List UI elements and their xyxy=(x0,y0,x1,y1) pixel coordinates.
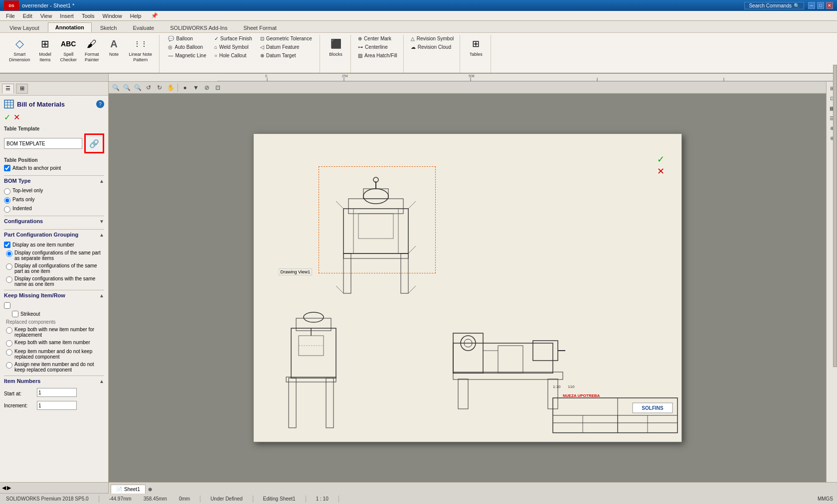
keep-item-no-replaced-radio[interactable] xyxy=(6,349,12,356)
centerline-button[interactable]: ⊶ Centerline xyxy=(356,43,399,51)
separate-items-radio[interactable] xyxy=(6,251,12,257)
magnetic-line-button[interactable]: — Magnetic Line xyxy=(166,52,208,59)
help-button[interactable]: ? xyxy=(96,100,104,108)
tables-button[interactable]: ⊞ Tables xyxy=(466,35,486,59)
geometric-tolerance-icon: ⊡ xyxy=(260,36,264,41)
template-browse-button[interactable]: 🔗 xyxy=(84,133,104,153)
center-mark-button[interactable]: ⊕ Center Mark xyxy=(356,35,399,42)
canvas-area[interactable]: 🔍 🔍 🔍 ↺ ↻ ✋ ● ▼ ⊘ ⊡ Drawing View1 xyxy=(109,82,826,482)
confirm-button[interactable]: ✓ xyxy=(4,113,10,122)
drawing-canvas[interactable]: Drawing View1 xyxy=(109,94,826,482)
smart-dimension-button[interactable]: ◇ SmartDimension xyxy=(6,35,33,65)
display-one-item-checkbox[interactable] xyxy=(4,242,10,248)
attach-anchor-checkbox[interactable] xyxy=(4,165,10,171)
search-icon[interactable]: 🔍 xyxy=(794,3,800,8)
rotate-cw-button[interactable]: ↻ xyxy=(155,83,165,92)
menu-file[interactable]: File xyxy=(2,12,19,20)
pan-button[interactable]: ✋ xyxy=(166,83,175,92)
minimize-button[interactable]: ─ xyxy=(808,2,815,9)
bom-panel: Bill of Materials ? ✓ ✕ Table Template 🔗 xyxy=(0,96,108,482)
panel-tab-properties[interactable]: ☰ xyxy=(2,84,14,94)
svg-rect-33 xyxy=(289,378,296,428)
auto-balloon-button[interactable]: ◎ Auto Balloon xyxy=(166,43,208,51)
same-name-radio[interactable] xyxy=(6,276,12,283)
pin-icon[interactable]: 📌 xyxy=(147,11,162,20)
tab-sketch[interactable]: Sketch xyxy=(93,23,125,32)
model-items-button[interactable]: ⊞ ModelItems xyxy=(35,35,55,65)
sheet1-tab[interactable]: 📄 Sheet1 xyxy=(111,485,146,494)
weld-symbol-button[interactable]: ⌂ Weld Symbol xyxy=(212,43,254,51)
tab-solidworks-addins[interactable]: SOLIDWORKS Add-Ins xyxy=(163,23,235,32)
tab-evaluate[interactable]: Evaluate xyxy=(125,23,162,32)
zoom-out-button[interactable]: 🔍 xyxy=(133,83,143,92)
assign-new-no-replaced-label: Assign new item number and do not keep r… xyxy=(14,362,104,373)
floating-cancel-button[interactable]: ✕ xyxy=(656,166,667,177)
bom-actions: ✓ ✕ xyxy=(4,113,104,122)
menu-tools[interactable]: Tools xyxy=(78,12,99,20)
format-painter-button[interactable]: 🖌 FormatPainter xyxy=(82,35,102,65)
spell-checker-button[interactable]: ABC SpellChecker xyxy=(57,35,80,65)
zoom-in-button[interactable]: 🔍 xyxy=(122,83,132,92)
menu-edit[interactable]: Edit xyxy=(19,12,36,20)
floating-confirm-button[interactable]: ✓ xyxy=(656,154,667,165)
svg-rect-34 xyxy=(326,378,334,428)
item-numbers-section-header[interactable]: Item Numbers ▲ xyxy=(4,376,104,386)
close-button[interactable]: ✕ xyxy=(826,2,833,9)
assign-new-no-replaced-radio[interactable] xyxy=(6,362,12,369)
configurations-section-header[interactable]: Configurations ▼ xyxy=(4,216,104,226)
panel-tab-display[interactable]: ⊞ xyxy=(16,84,28,94)
hole-callout-button[interactable]: ○ Hole Callout xyxy=(212,52,254,59)
datum-feature-button[interactable]: ◁ Datum Feature xyxy=(258,43,314,51)
section-view-button[interactable]: ⊘ xyxy=(202,83,212,92)
part-config-section-header[interactable]: Part Configuration Grouping ▲ xyxy=(4,229,104,240)
rotate-button[interactable]: ↺ xyxy=(144,83,154,92)
sw-logo: DS xyxy=(4,0,19,10)
revision-symbol-icon: △ xyxy=(411,36,415,41)
tab-view-layout[interactable]: View Layout xyxy=(2,23,47,32)
cancel-button[interactable]: ✕ xyxy=(13,113,20,122)
scroll-right-button[interactable]: ▶ xyxy=(7,485,11,491)
bom-type-parts-only-radio[interactable] xyxy=(4,197,10,204)
top-view-machine xyxy=(336,177,416,293)
note-button[interactable]: A Note xyxy=(104,35,124,59)
start-at-input[interactable] xyxy=(37,388,77,397)
revision-cloud-button[interactable]: ☁ Revision Cloud xyxy=(409,43,456,51)
bom-type-indented-radio[interactable] xyxy=(4,206,10,213)
view-selector-button[interactable]: ⊡ xyxy=(213,83,223,92)
display-mode-button[interactable]: ● xyxy=(180,83,190,92)
datum-target-button[interactable]: ⊗ Datum Target xyxy=(258,52,314,59)
start-at-label: Start at: xyxy=(4,391,34,396)
keep-missing-checkbox[interactable] xyxy=(4,302,10,309)
balloon-button[interactable]: 💬 Balloon xyxy=(166,35,208,42)
zoom-to-fit-button[interactable]: 🔍 xyxy=(111,83,121,92)
menu-insert[interactable]: Insert xyxy=(56,12,78,20)
keep-missing-label: Keep Missing Item/Row xyxy=(4,292,65,298)
menu-window[interactable]: Window xyxy=(99,12,126,20)
scroll-left-button[interactable]: ◀ xyxy=(2,485,6,491)
surface-finish-button[interactable]: ✓ Surface Finish xyxy=(212,35,254,42)
one-item-radio[interactable] xyxy=(6,263,12,270)
add-sheet-button[interactable]: ⊕ xyxy=(146,485,155,494)
maximize-button[interactable]: □ xyxy=(817,2,824,9)
area-hatch-fill-button[interactable]: ▨ Area Hatch/Fill xyxy=(356,52,399,59)
centerline-icon: ⊶ xyxy=(358,44,363,50)
drawing-svg: SOLFINS NUEZA UPOTREBA 1:10 110 xyxy=(254,134,682,443)
display-mode-arrow[interactable]: ▼ xyxy=(191,83,201,92)
tab-sheet-format[interactable]: Sheet Format xyxy=(236,23,284,32)
both-same-number-radio[interactable] xyxy=(6,340,12,347)
bom-type-top-level-radio[interactable] xyxy=(4,188,10,195)
both-new-number-radio[interactable] xyxy=(6,327,12,334)
increment-input[interactable] xyxy=(37,401,77,410)
blocks-button[interactable]: ⬛ Blocks xyxy=(326,35,346,59)
menu-help[interactable]: Help xyxy=(126,12,146,20)
revision-symbol-button[interactable]: △ Revision Symbol xyxy=(409,35,456,42)
table-template-input[interactable] xyxy=(4,138,82,149)
linear-note-pattern-button[interactable]: ⋮⋮ Linear NotePattern xyxy=(126,35,156,65)
keep-missing-section-header[interactable]: Keep Missing Item/Row ▲ xyxy=(4,290,104,300)
tab-annotation[interactable]: Annotation xyxy=(48,22,92,32)
strikeout-checkbox[interactable] xyxy=(12,311,18,317)
geometric-tolerance-button[interactable]: ⊡ Geometric Tolerance xyxy=(258,35,314,42)
bom-type-section-header[interactable]: BOM Type ▲ xyxy=(4,175,104,186)
center-mark-icon: ⊕ xyxy=(358,36,362,41)
menu-view[interactable]: View xyxy=(36,12,56,20)
